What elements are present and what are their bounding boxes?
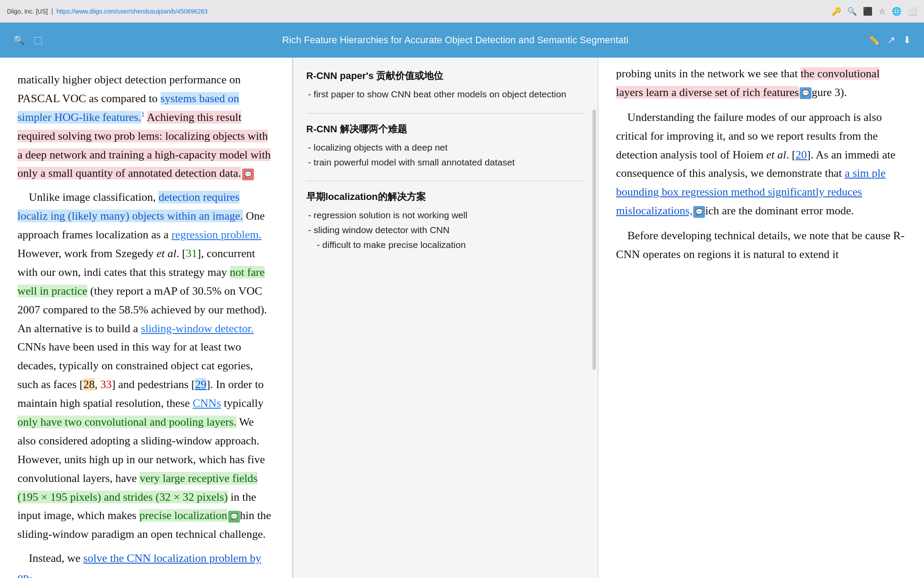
main-content: matically higher object detection perfor…	[0, 58, 924, 578]
diigo-toolbar: 🔍 ⬚ Rich Feature Hierarchies for Accurat…	[0, 23, 924, 58]
link-sliding: sliding-window detector.	[141, 322, 254, 335]
search-icon[interactable]: 🔍	[847, 7, 857, 16]
edit-icon[interactable]: ✏️	[868, 34, 880, 46]
hl-only-have: only have two convolutional and pooling …	[17, 416, 236, 428]
annotation-item-1-1: - first paper to show CNN beat other mod…	[308, 87, 585, 102]
para-1: matically higher object detection perfor…	[17, 71, 275, 183]
right-article: probing units in the network we see that…	[598, 58, 924, 578]
comment-icon-right-1[interactable]: 💬	[800, 87, 811, 99]
crop-icon[interactable]: ⬚	[34, 34, 43, 46]
diigo-icon[interactable]: ⬛	[863, 7, 873, 16]
divider-2	[306, 181, 585, 181]
annotation-title-3: 早期localization的解决方案	[306, 189, 585, 204]
site-label: Diigo, Inc. [US]	[7, 8, 48, 15]
star-icon[interactable]: ☆	[879, 7, 886, 16]
share-icon[interactable]: ↗	[887, 34, 895, 46]
link-solve: solve the CNN localization problem by op…	[17, 552, 261, 578]
hl-simple-bb: a sim­ ple bounding box regression metho…	[616, 167, 886, 217]
hl-not-fare: not fare well in practice	[17, 266, 265, 297]
comment-icon-right-2[interactable]: 💬	[693, 206, 705, 218]
link-cnns: CNNs	[192, 397, 221, 409]
ext-icon[interactable]: ⬜	[907, 7, 917, 16]
annotation-section-3: 早期localization的解决方案 - regression solutio…	[306, 189, 585, 252]
link-regression: regression problem.	[171, 228, 262, 241]
para-3: Instead, we solve the CNN localization p…	[17, 549, 275, 578]
url-text[interactable]: https://www.diigo.com/user/shendusuipian…	[57, 8, 208, 15]
browser-icons: 🔑 🔍 ⬛ ☆ 🌐 ⬜	[832, 7, 917, 16]
right-para-1: probing units in the network we see that…	[616, 65, 907, 102]
toolbar-right-icons: ✏️ ↗ ⬇	[868, 34, 911, 46]
toolbar-left-icons: 🔍 ⬚	[13, 34, 43, 46]
toolbar-title: Rich Feature Hierarchies for Accurate Ob…	[51, 34, 859, 46]
browser-bar: Diigo, Inc. [US] | https://www.diigo.com…	[0, 0, 924, 23]
annotation-item-3-2: - sliding window detector with CNN	[308, 223, 585, 237]
url-bar: Diigo, Inc. [US] | https://www.diigo.com…	[7, 7, 826, 15]
annotation-item-2-2: - train powerful model with small annota…	[308, 155, 585, 170]
panel-scrollbar[interactable]	[592, 110, 596, 370]
annotation-panel: R-CNN paper's 贡献价值或地位 - first paper to s…	[292, 58, 598, 578]
para-2: Unlike image classification, detection r…	[17, 188, 275, 544]
annotation-section-2: R-CNN 解决哪两个难题 - localizing objects with …	[306, 121, 585, 169]
ref-31: 31	[186, 247, 197, 260]
chrome-icon[interactable]: 🌐	[892, 7, 901, 16]
ref-29: 29	[195, 378, 206, 391]
comment-icon-1[interactable]: 💬	[242, 169, 254, 180]
annotation-section-1: R-CNN paper's 贡献价值或地位 - first paper to s…	[306, 68, 585, 102]
ref-20: 20	[796, 148, 807, 161]
ref-28: 28	[83, 378, 95, 391]
ref-33: 33	[100, 378, 112, 391]
annotation-title-2: R-CNN 解决哪两个难题	[306, 121, 585, 137]
hl-receptive: very large receptive fields (195 × 195 p…	[17, 472, 257, 503]
search-toolbar-icon[interactable]: 🔍	[13, 34, 25, 46]
hl-precise: precise localization	[139, 509, 227, 522]
hl-detection: detection requires localiz­ ing (likely …	[17, 191, 243, 222]
download-icon[interactable]: ⬇	[903, 34, 911, 46]
key-icon: 🔑	[832, 7, 841, 16]
annotation-item-3-3: - difficult to make precise localization	[317, 237, 585, 252]
annotation-item-3-1: - regression solution is not working wel…	[308, 208, 585, 223]
comment-icon-2[interactable]: 💬	[228, 511, 240, 523]
right-para-2: Understanding the failure modes of our a…	[616, 108, 907, 220]
annotation-title-1: R-CNN paper's 贡献价值或地位	[306, 68, 585, 83]
right-para-3: Before developing technical details, we …	[616, 227, 907, 264]
hl-convolutional: the convolutional layers learn a diverse…	[616, 67, 880, 99]
left-column: matically higher object detection perfor…	[0, 58, 292, 578]
annotation-item-2-1: - localizing objects with a deep net	[308, 140, 585, 155]
divider-1	[306, 113, 585, 114]
